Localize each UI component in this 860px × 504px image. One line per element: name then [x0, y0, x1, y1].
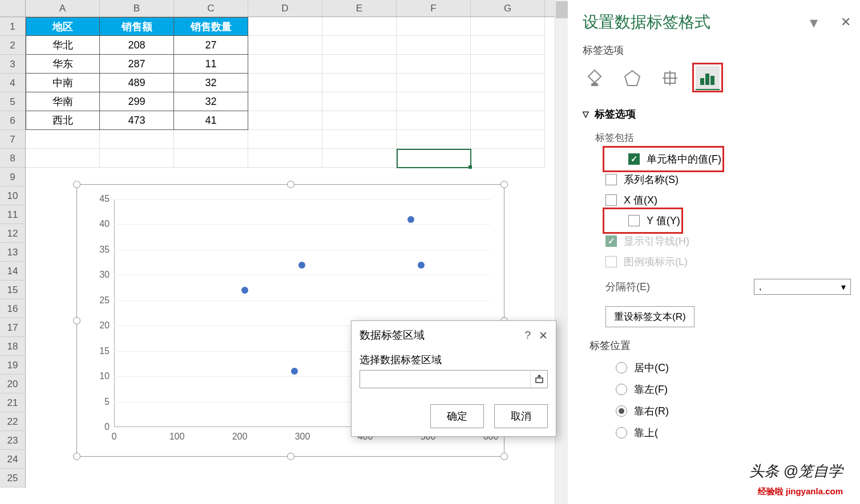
row-header[interactable]: 9	[0, 168, 25, 186]
cell[interactable]	[322, 130, 397, 149]
size-properties-icon[interactable]	[658, 66, 682, 90]
radio-icon[interactable]	[616, 384, 627, 395]
row-header[interactable]: 14	[0, 262, 25, 281]
cell[interactable]	[174, 149, 248, 168]
fill-line-icon[interactable]	[583, 66, 607, 90]
resize-handle[interactable]	[500, 453, 508, 460]
row-header[interactable]: 23	[0, 431, 25, 450]
cell[interactable]	[397, 92, 471, 111]
range-picker-icon[interactable]	[530, 371, 547, 388]
row-header[interactable]: 15	[0, 281, 25, 299]
col-header[interactable]: G	[471, 0, 545, 17]
cell[interactable]	[248, 17, 322, 36]
data-point[interactable]	[298, 262, 305, 269]
cell[interactable]	[471, 92, 545, 111]
cell[interactable]	[248, 130, 322, 149]
separator-select[interactable]: , ▾	[754, 279, 851, 295]
cell[interactable]	[26, 130, 100, 149]
cell[interactable]	[322, 36, 397, 55]
cell[interactable]: 西北	[26, 111, 100, 130]
cell[interactable]	[322, 92, 397, 111]
radio-above[interactable]: 靠上(	[583, 422, 851, 444]
cell[interactable]	[100, 149, 174, 168]
cell[interactable]	[26, 149, 100, 168]
cell[interactable]	[471, 74, 545, 92]
cell[interactable]: 208	[100, 36, 174, 55]
cell[interactable]	[397, 130, 471, 149]
cell[interactable]	[397, 74, 471, 92]
cell[interactable]	[471, 17, 545, 36]
row-header[interactable]: 2	[0, 36, 25, 55]
radio-icon[interactable]	[616, 362, 627, 373]
col-header[interactable]: B	[100, 0, 174, 17]
cell[interactable]: 473	[100, 111, 174, 130]
close-icon[interactable]: ✕	[841, 15, 851, 30]
row-header[interactable]: 13	[0, 243, 25, 262]
radio-center[interactable]: 居中(C)	[583, 357, 851, 379]
row-header[interactable]: 8	[0, 149, 25, 168]
cell[interactable]: 销售额	[100, 17, 174, 36]
cell[interactable]	[248, 36, 322, 55]
cell[interactable]	[322, 149, 397, 168]
col-header[interactable]: F	[397, 0, 471, 17]
cell[interactable]: 489	[100, 74, 174, 92]
cell[interactable]	[248, 92, 322, 111]
checkbox-icon[interactable]	[605, 174, 617, 185]
label-options-icon[interactable]	[696, 66, 720, 90]
cell[interactable]	[322, 55, 397, 74]
cell[interactable]	[174, 130, 248, 149]
cell[interactable]: 287	[100, 55, 174, 74]
scrollbar-thumb[interactable]	[556, 1, 568, 18]
cell[interactable]: 11	[174, 55, 248, 74]
resize-handle[interactable]	[500, 181, 508, 188]
resize-handle[interactable]	[73, 317, 80, 324]
cell[interactable]	[248, 149, 322, 168]
label-options-section[interactable]: ▽ 标签选项	[583, 107, 851, 121]
radio-icon[interactable]	[616, 427, 627, 438]
cell[interactable]: 华南	[26, 92, 100, 111]
row-header[interactable]: 12	[0, 224, 25, 243]
cell[interactable]: 销售数量	[174, 17, 248, 36]
col-header[interactable]: C	[174, 0, 248, 17]
checkbox-x-value[interactable]: X 值(X)	[583, 190, 851, 210]
cell[interactable]: 27	[174, 36, 248, 55]
cell[interactable]: 中南	[26, 74, 100, 92]
row-header[interactable]: 22	[0, 412, 25, 431]
resize-handle[interactable]	[287, 453, 294, 460]
checkbox-icon[interactable]	[628, 153, 640, 165]
cell[interactable]	[397, 55, 471, 74]
cell[interactable]	[322, 17, 397, 36]
row-header[interactable]: 10	[0, 186, 25, 205]
cell[interactable]: 32	[174, 74, 248, 92]
cancel-button[interactable]: 取消	[494, 404, 548, 428]
row-header[interactable]: 16	[0, 299, 25, 318]
cell[interactable]	[100, 130, 174, 149]
cell[interactable]	[397, 36, 471, 55]
row-header[interactable]: 24	[0, 450, 25, 469]
col-header[interactable]: D	[248, 0, 322, 17]
checkbox-y-value[interactable]: Y 值(Y)	[605, 210, 680, 231]
dropdown-icon[interactable]: ▾	[810, 13, 818, 32]
data-point[interactable]	[407, 216, 414, 223]
cell[interactable]	[471, 130, 545, 149]
cell[interactable]	[248, 74, 322, 92]
row-header[interactable]: 1	[0, 17, 25, 36]
cell[interactable]: 299	[100, 92, 174, 111]
effects-icon[interactable]	[620, 66, 644, 90]
data-point[interactable]	[291, 368, 298, 375]
cell[interactable]	[471, 55, 545, 74]
checkbox-icon[interactable]	[605, 194, 617, 206]
cell[interactable]	[248, 55, 322, 74]
resize-handle[interactable]	[287, 181, 294, 188]
cell[interactable]	[471, 149, 545, 168]
row-header[interactable]: 11	[0, 205, 25, 224]
row-header[interactable]: 4	[0, 74, 25, 92]
select-all-corner[interactable]	[0, 0, 26, 17]
data-point[interactable]	[241, 287, 248, 294]
resize-handle[interactable]	[73, 181, 80, 188]
row-header[interactable]: 21	[0, 393, 25, 412]
cell[interactable]: 41	[174, 111, 248, 130]
reset-label-text-button[interactable]: 重设标签文本(R)	[605, 306, 695, 327]
row-header[interactable]: 18	[0, 337, 25, 356]
checkbox-series-name[interactable]: 系列名称(S)	[583, 169, 851, 190]
